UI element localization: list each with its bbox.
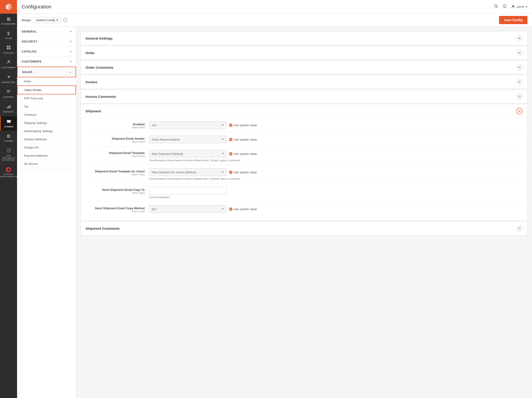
customers-icon <box>6 60 11 65</box>
accordion-invoice-comments-toggle[interactable]: ⊖ <box>516 93 523 100</box>
nav-sub-pdf-printouts[interactable]: PDF Print-outs <box>17 94 76 103</box>
accordion-order: Order ⊖ <box>81 46 527 60</box>
accordion-invoice-toggle[interactable]: ⊖ <box>516 79 523 85</box>
scope-select[interactable]: Default Config ▾ <box>34 17 60 23</box>
accordion-general-settings-header[interactable]: General Settings ⊖ <box>81 32 527 45</box>
sidebar-item-api2cart[interactable]: ⭕ API2CART BRIDGECONNECTOR <box>0 164 17 181</box>
sidebar-item-dashboard-label: DASHBOARD <box>1 23 16 25</box>
save-config-button[interactable]: Save Config <box>499 16 527 24</box>
form-label-send-copy-method-sub: [store view] <box>86 210 145 213</box>
nav-section-sales-header[interactable]: SALES ▴ <box>17 67 76 77</box>
nav-sub-sales-emails[interactable]: Sales Emails <box>17 86 76 94</box>
use-system-value-copy-method[interactable]: Use system value <box>229 207 257 211</box>
nav-sub-3d-secure[interactable]: 3D Secure <box>17 160 76 168</box>
sidebar-item-system[interactable]: ⚙ SYSTEM <box>0 131 17 145</box>
form-label-send-copy-method-main: Send Shipment Email Copy Method <box>86 207 145 210</box>
svg-rect-2 <box>7 48 8 49</box>
shipment-email-template-guest-select[interactable]: New Shipment for Guest (Default) <box>149 168 227 176</box>
sidebar-item-system-label: SYSTEM <box>4 140 13 142</box>
use-system-value-template[interactable]: Use system value <box>229 152 257 156</box>
use-system-value-template-checkbox[interactable] <box>229 152 232 155</box>
sidebar-item-reports[interactable]: REPORTS <box>0 101 17 116</box>
svg-rect-9 <box>8 106 9 108</box>
nav-sub-shipping-settings[interactable]: Shipping Settings <box>17 119 76 127</box>
main-area: Configuration admin ▾ Scope: Default Con… <box>17 0 532 398</box>
accordion-order-comments-toggle[interactable]: ⊖ <box>516 64 523 70</box>
svg-rect-8 <box>7 107 8 108</box>
help-icon[interactable]: ? <box>63 18 67 22</box>
sidebar-item-content[interactable]: CONTENT <box>0 87 17 101</box>
accordion-invoice-comments-header[interactable]: Invoice Comments ⊖ <box>81 90 527 103</box>
nav-sub-google-api-label: Google API <box>24 146 39 149</box>
accordion-general-settings: General Settings ⊖ <box>81 31 527 45</box>
scope-left: Scope: Default Config ▾ ? <box>22 17 67 23</box>
form-label-send-copy-to: Send Shipment Email Copy To [store view] <box>86 187 149 194</box>
send-copy-to-input[interactable] <box>149 187 227 195</box>
user-menu[interactable]: admin ▾ <box>511 5 527 9</box>
nav-section-security-header[interactable]: SECURITY ▾ <box>17 37 76 46</box>
sidebar-item-stores-label: STORES <box>4 126 13 128</box>
nav-sub-checkout-label: Checkout <box>24 113 36 116</box>
search-icon[interactable] <box>494 4 498 10</box>
form-label-enabled: Enabled [store view] <box>86 121 149 129</box>
nav-sub-delivery-methods-label: Delivery Methods <box>24 138 47 141</box>
accordion-order-comments-header[interactable]: Order Comments ⊖ <box>81 61 527 74</box>
nav-sub-tax[interactable]: Tax <box>17 103 76 111</box>
accordion-shipment-comments: Shipment Comments ⊖ <box>81 221 527 235</box>
use-system-value-template-guest-checkbox[interactable] <box>229 171 232 174</box>
accordion-shipment-header[interactable]: Shipment ⊖ <box>81 104 527 118</box>
send-copy-method-select[interactable]: Bcc Separate Email <box>149 205 227 213</box>
nav-sub-sales[interactable]: Sales <box>17 77 76 86</box>
scope-current: Default Config <box>36 19 55 22</box>
use-system-value-enabled-checkbox[interactable] <box>229 124 232 127</box>
shipment-email-sender-select[interactable]: Sales Representative <box>149 136 227 143</box>
accordion-order-comments-label: Order Comments <box>86 65 114 69</box>
shipment-email-template-select[interactable]: New Shipment (Default) <box>149 150 227 158</box>
form-row-send-copy-to: Send Shipment Email Copy To [store view]… <box>86 183 523 202</box>
nav-sub-payment-methods[interactable]: Payment Methods <box>17 152 76 160</box>
sidebar: ⊞ DASHBOARD $ SALES CATALOG CUSTOMERS MA… <box>0 0 17 398</box>
form-row-shipment-email-template: Shipment Email Template [store view] New… <box>86 147 523 165</box>
sidebar-item-stores[interactable]: STORES <box>0 116 17 131</box>
nav-section-general-header[interactable]: GENERAL ▾ <box>17 27 76 36</box>
bell-icon[interactable] <box>502 4 507 10</box>
nav-section-catalog-header[interactable]: CATALOG ▾ <box>17 47 76 57</box>
nav-sub-delivery-methods[interactable]: Delivery Methods <box>17 135 76 144</box>
form-field-shipment-email-sender: Sales Representative Use system value <box>149 136 523 143</box>
use-system-value-copy-method-checkbox[interactable] <box>229 208 232 211</box>
nav-section-sales: SALES ▴ Sales Sales Emails PDF Print-out… <box>17 67 76 168</box>
accordion-shipment-comments-label: Shipment Comments <box>86 227 120 230</box>
accordion-order-header[interactable]: Order ⊖ <box>81 46 527 60</box>
accordion-order-toggle[interactable]: ⊖ <box>516 50 523 56</box>
sidebar-item-customers-label: CUSTOMERS <box>2 66 16 69</box>
sidebar-item-find-partners[interactable]: FIND PARTNERS & EXTENSIONS <box>0 145 17 164</box>
accordion-shipment-comments-header[interactable]: Shipment Comments ⊖ <box>81 221 527 235</box>
nav-sub-checkout[interactable]: Checkout <box>17 111 76 119</box>
use-system-value-sender-checkbox[interactable] <box>229 138 232 141</box>
sidebar-item-catalog[interactable]: CATALOG <box>0 43 17 57</box>
send-copy-to-hint: Comma-separated. <box>149 196 523 199</box>
accordion-general-settings-toggle[interactable]: ⊖ <box>516 35 523 41</box>
use-system-value-enabled[interactable]: Use system value <box>229 124 257 127</box>
accordion-shipment-toggle[interactable]: ⊖ <box>516 108 523 114</box>
find-partners-icon <box>6 148 11 154</box>
sidebar-item-dashboard[interactable]: ⊞ DASHBOARD <box>0 14 17 28</box>
sidebar-item-sales[interactable]: $ SALES <box>0 28 17 43</box>
sidebar-item-marketing[interactable]: MARKETING <box>0 72 17 87</box>
form-label-shipment-email-template-guest-sub: [store view] <box>86 173 145 176</box>
accordion-shipment-comments-toggle[interactable]: ⊖ <box>516 225 523 232</box>
sidebar-item-customers[interactable]: CUSTOMERS <box>0 57 17 72</box>
accordion-general-settings-label: General Settings <box>86 36 113 40</box>
nav-section-customers-header[interactable]: CUSTOMERS ▾ <box>17 57 76 66</box>
use-system-value-sender[interactable]: Use system value <box>229 138 257 141</box>
catalog-icon <box>6 45 11 51</box>
accordion-invoice-label: Invoice <box>86 80 97 84</box>
shipment-email-template-guest-hint: Email template chosen based on theme fal… <box>149 177 523 180</box>
nav-sub-google-api[interactable]: Google API <box>17 144 76 152</box>
nav-sub-multishipping[interactable]: Multishipping Settings <box>17 127 76 135</box>
form-row-shipment-email-sender: Shipment Email Sender [store view] Sales… <box>86 132 523 147</box>
accordion-invoice-header[interactable]: Invoice ⊖ <box>81 75 527 89</box>
use-system-value-template-guest[interactable]: Use system value <box>229 171 257 174</box>
nav-sub-multishipping-label: Multishipping Settings <box>24 129 52 133</box>
enabled-select[interactable]: Yes No <box>149 121 227 129</box>
